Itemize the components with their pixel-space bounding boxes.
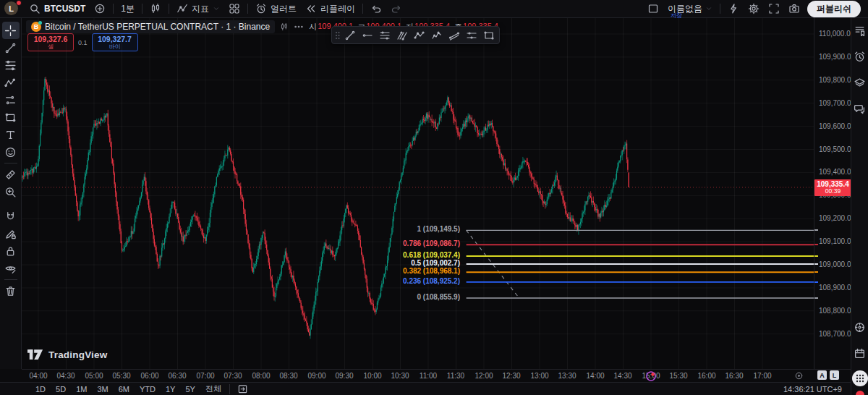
interval-button[interactable]: 1분 [116,1,139,17]
range-button-5d[interactable]: 5D [51,385,71,394]
fav-trend-line-tool[interactable] [341,27,358,43]
time-axis-label: 09:00 [302,372,331,380]
timezone-settings-icon[interactable] [794,371,804,381]
fib-level-label[interactable]: 0.786 (109,086.7) [22,239,460,247]
hide-all-drawings[interactable] [2,260,20,277]
layout-name-menu[interactable]: 이름없음 저장 [663,1,717,17]
object-tree-icon[interactable] [851,74,868,91]
session-clock[interactable]: 14:36:21 UTC+9 [783,385,842,394]
time-axis-label: 13:00 [525,372,554,380]
save-status-label[interactable]: 저장 [671,12,682,20]
publish-button[interactable]: 퍼블리쉬 [807,1,861,17]
prediction-tool[interactable] [2,91,20,109]
auto-scale-button[interactable]: A [817,370,827,380]
lock-all-drawings[interactable] [2,242,20,260]
symbol-search-button[interactable]: BTCUSDT [25,1,90,17]
remove-drawings[interactable] [2,282,20,300]
fib-axis-tick [814,263,818,265]
go-to-date-icon[interactable] [237,383,248,394]
fav-elliott-wave-tool[interactable] [428,27,445,43]
fullscreen-button[interactable] [764,1,784,17]
more-options-icon[interactable] [294,22,304,32]
measure-tool[interactable] [2,166,20,183]
range-button-1m[interactable]: 1M [71,385,92,394]
replay-point-icon[interactable] [645,370,657,382]
buy-button[interactable]: 109,327.7 바이 [92,33,138,51]
emoji-tool[interactable] [2,143,20,161]
price-axis-label: 109,200.0 [819,214,851,222]
symbol-name: BTCUSDT [44,4,85,14]
lightning-bolt-icon [728,3,739,14]
layout-select-button[interactable] [643,1,663,17]
fib-tools[interactable] [2,56,20,74]
fav-parallel-lines-tool[interactable] [376,27,393,43]
range-button-1y[interactable]: 1Y [161,385,180,394]
price-axis-label: 109,700.0 [819,99,851,107]
toolbar-drag-handle[interactable] [334,27,341,43]
chart-style-button[interactable] [145,1,166,17]
magnet-mode[interactable] [2,208,20,225]
snapshot-button[interactable] [784,1,804,17]
fav-pitchfork-tool[interactable] [393,27,410,43]
tradingview-watermark[interactable]: TradingView [27,349,107,360]
compare-add-button[interactable] [90,1,110,17]
patterns-tool[interactable] [2,74,20,91]
price-axis-label: 108,700.0 [819,330,851,338]
symbol-title-pill[interactable]: B Bitcoin / TetherUS PERPETUAL CONTRACT … [26,20,275,33]
undo-button[interactable] [366,1,386,17]
fib-level-label[interactable]: 0.5 (109,002.7) [22,259,460,267]
range-button-전체[interactable]: 전체 [200,383,226,394]
range-button-ytd[interactable]: YTD [135,385,161,394]
apps-grid-button[interactable] [852,370,868,386]
quick-actions-button[interactable] [723,1,744,17]
chart-style-mini-icon[interactable] [280,22,289,31]
user-avatar[interactable]: L [4,1,22,16]
fib-level-label[interactable]: 0.618 (109,037.4) [22,251,460,259]
range-button-6m[interactable]: 6M [114,385,135,394]
chart-settings-button[interactable] [744,1,764,17]
fav-parallel-channel-tool[interactable] [446,27,462,43]
bottom-range-bar: 1D5D1M3M6MYTD1Y5Y전체 14:36:21 UTC+9 [0,382,851,395]
spread-value: 0.1 [78,39,88,46]
indicators-button[interactable]: 지표 [172,1,224,17]
candlestick-chart[interactable] [22,18,814,369]
chart-area[interactable]: B Bitcoin / TetherUS PERPETUAL CONTRACT … [22,18,814,369]
fav-flat-channel-tool[interactable] [463,27,480,43]
shapes-tool[interactable] [2,109,20,126]
range-button-5y[interactable]: 5Y [180,385,200,394]
zoom-in-tool[interactable] [2,183,20,200]
time-axis[interactable]: 04:0004:3005:0005:3006:0006:3007:0007:30… [22,369,851,382]
log-scale-button[interactable]: L [830,370,839,380]
fib-level-label[interactable]: 0.236 (108,925.2) [22,277,460,285]
scale-mode-buttons: A L [817,370,839,380]
sell-button[interactable]: 109,327.6 셀 [27,33,74,51]
tradingview-watermark-text: TradingView [48,349,107,360]
text-tool[interactable] [2,126,20,143]
help-notification-dot[interactable] [856,391,864,395]
search-icon [29,3,41,14]
range-button-3m[interactable]: 3M [92,385,113,394]
price-axis[interactable]: 109,335.4 00:39 110,000.0109,900.0109,80… [814,18,851,369]
fib-level-label[interactable]: 0.382 (108,968.1) [22,267,460,275]
fib-level-label[interactable]: 1 (109,149.5) [22,225,460,233]
fav-horizontal-ray-tool[interactable] [359,27,375,43]
fib-level-label[interactable]: 0 (108,855.9) [22,293,460,301]
indicator-templates-button[interactable] [224,1,244,17]
trend-line-tool[interactable] [2,39,20,56]
redo-button[interactable] [386,1,407,17]
fav-xabcd-pattern-tool[interactable] [411,27,427,43]
fullscreen-icon [768,3,780,14]
fav-rectangle-tool[interactable] [480,27,497,43]
range-button-1d[interactable]: 1D [30,385,51,394]
calendar-icon[interactable] [851,344,868,362]
alerts-panel-icon[interactable] [851,48,868,65]
crosshair-tool[interactable] [2,22,20,39]
chat-icon[interactable] [851,100,868,117]
toolbar-divider [4,163,17,163]
drawing-mode-lock[interactable] [2,225,20,242]
replay-button[interactable]: 리플레이 [301,1,359,17]
alert-button[interactable]: 얼러트 [251,1,301,17]
hotlist-scope-icon[interactable] [851,318,868,336]
watchlist-icon[interactable] [851,22,868,39]
tradingview-logo-icon [27,349,43,360]
